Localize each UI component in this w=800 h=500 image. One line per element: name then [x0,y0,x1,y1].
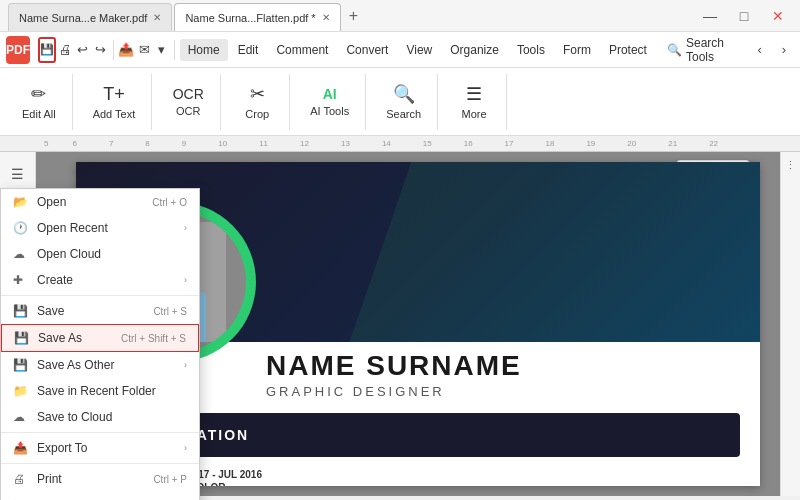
entry-1-date: LOREM // MAY 2017 - JUL 2016 [116,469,740,480]
print-label: Print [37,472,62,486]
create-arrow: › [184,275,187,285]
tab-2[interactable]: Name Surna...Flatten.pdf * ✕ [174,3,340,31]
menu-item-export[interactable]: 📤 Export To › [1,435,199,461]
ruler-horizontal: 5 6 7 8 9 10 11 12 13 14 15 16 17 18 19 … [0,136,800,152]
open-shortcut: Ctrl + O [152,197,187,208]
email-button[interactable]: ✉ [136,37,151,63]
ocr-icon: OCR [173,86,204,102]
save-recent-label: Save in Recent Folder [37,384,156,398]
crop-icon: ✂ [250,83,265,105]
menu-item-save-cloud[interactable]: ☁ Save to Cloud [1,404,199,430]
tab-1-label: Name Surna...e Maker.pdf [19,12,147,24]
edit-all-label: Edit All [22,108,56,120]
save-toolbar-button[interactable]: 💾 [38,37,56,63]
menu-item-open-cloud[interactable]: ☁ Open Cloud [1,241,199,267]
minimize-button[interactable]: — [696,7,724,25]
crop-button[interactable]: ✂ Crop [233,76,281,128]
menu-item-save-as[interactable]: 💾 Save As Ctrl + Shift + S [1,324,199,352]
ribbon-search-group: 🔍 Search [370,74,438,130]
print-shortcut: Ctrl + P [153,474,187,485]
save-cloud-label: Save to Cloud [37,410,112,424]
open-recent-label: Open Recent [37,221,108,235]
menu-protect[interactable]: Protect [601,39,655,61]
nav-back-button[interactable]: ‹ [750,37,770,63]
menu-item-print[interactable]: 🖨 Print Ctrl + P [1,466,199,492]
separator-2 [174,40,175,60]
tab-1[interactable]: Name Surna...e Maker.pdf ✕ [8,3,172,31]
export-icon: 📤 [13,441,29,455]
divider-2 [1,432,199,433]
tab-2-close[interactable]: ✕ [322,12,330,23]
tab-1-close[interactable]: ✕ [153,12,161,23]
edit-all-button[interactable]: ✏ Edit All [14,76,64,128]
app-icon: PDF [6,36,30,64]
print-toolbar-button[interactable]: 🖨 [58,37,73,63]
create-icon: ✚ [13,273,29,287]
ai-icon: AI [323,86,337,102]
more-icon: ☰ [466,83,482,105]
search-ribbon-icon: 🔍 [393,83,415,105]
divider-3 [1,463,199,464]
menu-item-save[interactable]: 💾 Save Ctrl + S [1,298,199,324]
right-panel: ⋮ [780,152,800,496]
new-tab-button[interactable]: + [343,7,364,25]
menu-item-create[interactable]: ✚ Create › [1,267,199,293]
entry-1-text: LOREM // MAY 2017 - JUL 2016 LOREM IPSUM… [116,469,740,486]
save-label: Save [37,304,64,318]
menu-comment[interactable]: Comment [268,39,336,61]
ocr-label: OCR [176,105,200,117]
add-text-label: Add Text [93,108,136,120]
menu-item-properties[interactable]: ℹ Properties Ctrl + D [1,492,199,500]
ai-tools-label: AI Tools [310,105,349,117]
undo-button[interactable]: ↩ [75,37,90,63]
menu-form[interactable]: Form [555,39,599,61]
save-as-label: Save As [38,331,82,345]
title-bar: Name Surna...e Maker.pdf ✕ Name Surna...… [0,0,800,32]
ribbon: ✏ Edit All T+ Add Text OCR OCR ✂ Crop AI… [0,68,800,136]
share-button[interactable]: 📤 [118,37,134,63]
ai-tools-button[interactable]: AI AI Tools [302,76,357,128]
menu-tools[interactable]: Tools [509,39,553,61]
menu-item-open-recent[interactable]: 🕐 Open Recent › [1,215,199,241]
open-cloud-label: Open Cloud [37,247,101,261]
add-text-icon: T+ [103,84,125,105]
menu-organize[interactable]: Organize [442,39,507,61]
search-button[interactable]: 🔍 Search [378,76,429,128]
close-button[interactable]: ✕ [764,7,792,25]
maximize-button[interactable]: □ [730,7,758,25]
edit-icon: ✏ [31,83,46,105]
save-as-shortcut: Ctrl + Shift + S [121,333,186,344]
menu-view[interactable]: View [398,39,440,61]
search-tools-label: Search Tools [686,36,736,64]
save-as-icon: 💾 [14,331,30,345]
dropdown-arrow-btn[interactable]: ▾ [154,37,169,63]
menu-convert[interactable]: Convert [338,39,396,61]
menu-item-save-recent[interactable]: 📁 Save in Recent Folder [1,378,199,404]
nav-forward-button[interactable]: › [774,37,794,63]
pdf-person-title: GRAPHIC DESIGNER [266,384,750,399]
ocr-button[interactable]: OCR OCR [164,76,212,128]
right-panel-icon-1[interactable]: ⋮ [782,156,800,174]
sidebar-page-icon[interactable]: ☰ [4,160,32,188]
menu-home[interactable]: Home [180,39,228,61]
save-icon: 💾 [13,304,29,318]
menu-edit[interactable]: Edit [230,39,267,61]
divider-1 [1,295,199,296]
save-as-other-arrow: › [184,360,187,370]
search-tools-button[interactable]: 🔍 Search Tools [657,32,746,68]
open-icon: 📂 [13,195,29,209]
pdf-person-name: NAME SURNAME [266,350,750,382]
menu-bar: PDF 💾 🖨 ↩ ↪ 📤 ✉ ▾ Home Edit Comment Conv… [0,32,800,68]
pdf-teal-decoration [350,162,760,342]
save-as-other-label: Save As Other [37,358,114,372]
save-recent-icon: 📁 [13,384,29,398]
add-text-button[interactable]: T+ Add Text [85,76,144,128]
open-cloud-icon: ☁ [13,247,29,261]
redo-button[interactable]: ↪ [93,37,108,63]
menu-item-open[interactable]: 📂 Open Ctrl + O [1,189,199,215]
crop-label: Crop [245,108,269,120]
more-button[interactable]: ☰ More [450,76,498,128]
menu-item-save-as-other[interactable]: 💾 Save As Other › [1,352,199,378]
ribbon-ocr-group: OCR OCR [156,74,221,130]
search-icon: 🔍 [667,43,682,57]
